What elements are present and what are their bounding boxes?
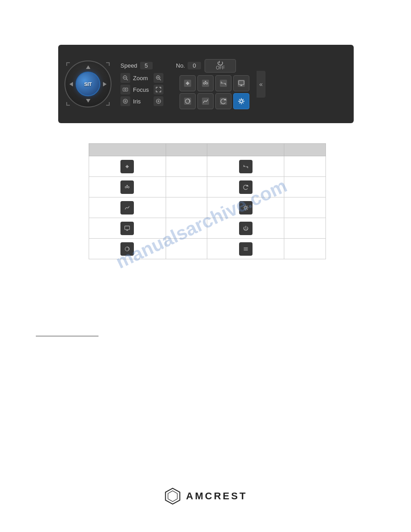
table-header-4 (284, 144, 326, 156)
focus-label: Focus (133, 86, 151, 93)
autoscan-table-icon (120, 242, 134, 256)
table-cell-2-1 (166, 156, 207, 177)
table-row (89, 197, 326, 218)
no-row: No. 0 (176, 62, 201, 69)
table-cell-2-2 (166, 177, 207, 197)
zoom-plus-button[interactable] (154, 73, 163, 83)
table-row (89, 156, 326, 177)
divider-line (36, 336, 98, 336)
table-cell-4-3 (284, 197, 326, 218)
joystick-container[interactable]: SIT (64, 60, 111, 107)
arrow-down-icon (86, 99, 90, 105)
speed-row: Speed 5 (120, 62, 163, 69)
svg-line-1 (126, 79, 128, 81)
amcrest-text: AMCREST (186, 490, 248, 502)
svg-point-12 (158, 100, 159, 102)
ptz-button-grid (180, 75, 249, 109)
svg-rect-7 (123, 88, 128, 91)
focus-row: Focus (120, 85, 163, 94)
table-row (89, 239, 326, 259)
table-cell-4-1 (284, 156, 326, 177)
off-label: OFF (216, 65, 225, 70)
no-value: 0 (188, 62, 201, 69)
table-cell-icon-3-4: OFF (207, 218, 284, 239)
iris-icon (120, 96, 130, 106)
flip-grid-button[interactable] (215, 75, 231, 91)
focus-plus-button[interactable] (154, 85, 163, 94)
corner-br (106, 102, 110, 106)
flip-table-icon (239, 160, 253, 173)
table-row: OFF (89, 218, 326, 239)
zoom-row: Zoom (120, 73, 163, 83)
joystick-inner[interactable]: SIT (76, 72, 100, 96)
speed-label: Speed (120, 62, 137, 69)
icon-table: OFF (89, 143, 326, 259)
pattern-grid-button[interactable] (197, 93, 214, 109)
table-cell-icon-3-3 (207, 197, 284, 218)
collapse-button[interactable]: « (257, 71, 265, 98)
table-cell-2-5 (166, 239, 207, 259)
scan-grid-button[interactable] (180, 93, 196, 109)
table-row (89, 177, 326, 197)
ptz-panel: SIT Speed 5 Zoom Focus (58, 45, 354, 123)
arrow-left-icon (67, 82, 73, 86)
svg-text:OFF: OFF (244, 228, 248, 230)
table-cell-icon-1-5 (89, 239, 166, 259)
table-cell-icon-3-2 (207, 177, 284, 197)
svg-point-25 (205, 81, 206, 82)
tour-table-icon (120, 180, 134, 194)
settings-grid-button[interactable] (233, 93, 249, 109)
preset-table-icon (120, 160, 134, 173)
table-header-3 (207, 144, 284, 156)
arrow-right-icon (103, 82, 109, 86)
zoom-label: Zoom (133, 75, 151, 82)
svg-point-10 (124, 100, 126, 102)
collapse-icon: « (259, 81, 263, 88)
table-header-2 (166, 144, 207, 156)
monitor-grid-button[interactable] (233, 75, 249, 91)
svg-line-4 (159, 79, 161, 81)
corner-tr (106, 62, 110, 66)
pattern-table-icon (120, 201, 134, 215)
table-cell-icon-1-1 (89, 156, 166, 177)
tour-grid-button[interactable] (197, 75, 214, 91)
iris-button[interactable] (154, 96, 163, 106)
table-cell-2-3 (166, 197, 207, 218)
joystick-label: SIT (84, 82, 92, 87)
ptz-controls: Speed 5 Zoom Focus (120, 62, 163, 106)
iris-label: Iris (133, 98, 151, 105)
amcrest-hex-icon (164, 487, 182, 505)
table-cell-4-5 (284, 239, 326, 259)
preset-grid-button[interactable] (180, 75, 196, 91)
table-cell-icon-1-2 (89, 177, 166, 197)
arrow-up-icon (86, 63, 90, 69)
reset-table-icon (239, 180, 253, 194)
focus-minus-button[interactable] (120, 85, 130, 94)
svg-point-8 (124, 89, 126, 90)
list-table-icon (239, 242, 253, 256)
table-cell-2-4 (166, 218, 207, 239)
table-cell-icon-3-1 (207, 156, 284, 177)
svg-point-50 (127, 185, 128, 186)
table-cell-4-4 (284, 218, 326, 239)
no-label: No. (176, 62, 185, 69)
zoom-minus-button[interactable] (120, 73, 130, 83)
off-table-icon: OFF (239, 222, 253, 235)
amcrest-logo: AMCREST (164, 487, 248, 505)
settings-table-icon (239, 201, 253, 215)
table-cell-icon-3-5 (207, 239, 284, 259)
corner-tl (66, 62, 70, 66)
table-cell-icon-1-4 (89, 218, 166, 239)
reset-grid-button[interactable] (215, 93, 231, 109)
svg-marker-70 (168, 491, 177, 502)
joystick-outer: SIT (64, 60, 111, 107)
off-button[interactable]: OFF (205, 59, 236, 73)
table-header-1 (89, 144, 166, 156)
speed-value: 5 (140, 62, 153, 69)
table-cell-4-2 (284, 177, 326, 197)
border-table-icon (120, 222, 134, 235)
iris-row: Iris (120, 96, 163, 106)
corner-bl (66, 102, 70, 106)
table-cell-icon-1-3 (89, 197, 166, 218)
